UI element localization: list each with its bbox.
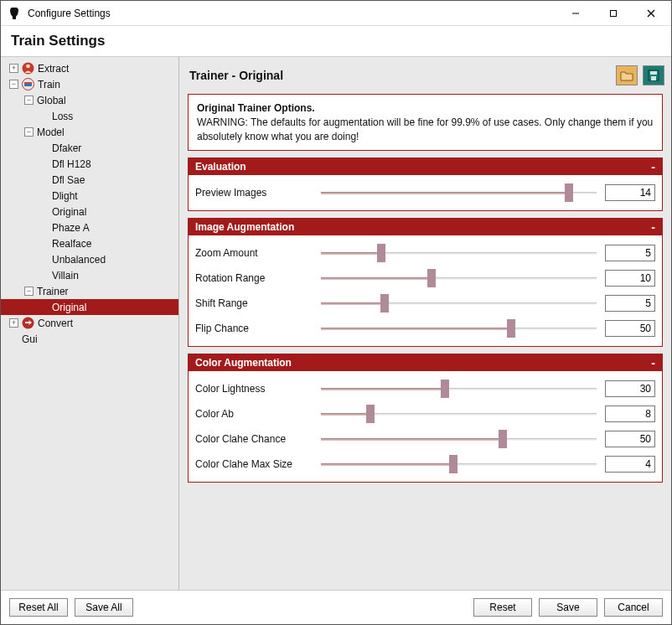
slider[interactable] [321,463,597,465]
reset-all-button[interactable]: Reset All [9,598,68,617]
settings-panel: Color Augmentation-Color Lightness30Colo… [188,354,663,483]
collapse-icon[interactable]: − [24,96,34,105]
collapse-icon[interactable]: − [24,287,34,296]
setting-label: Preview Images [195,187,313,199]
slider-thumb[interactable] [441,380,449,398]
expander-placeholder [39,175,49,184]
open-folder-button[interactable] [616,65,638,85]
save-all-button[interactable]: Save All [75,598,133,617]
setting-row: Shift Range5 [195,291,655,316]
setting-value[interactable]: 5 [605,295,655,312]
setting-label: Color Ab [195,408,313,420]
slider-thumb[interactable] [366,405,375,423]
tree-item[interactable]: +Convert [1,315,178,331]
panel-header[interactable]: Image Augmentation- [189,219,662,235]
setting-label: Rotation Range [195,272,313,284]
content-header: Trainer - Original [186,62,664,94]
tree-item[interactable]: Dfl Sae [1,172,178,188]
tree-item-label: Global [37,95,66,106]
panel-title: Color Augmentation [195,357,292,369]
tree-item-label: Trainer [37,286,69,297]
setting-value[interactable]: 10 [605,270,655,287]
setting-value[interactable]: 8 [605,405,655,422]
cancel-button[interactable]: Cancel [604,598,663,617]
tree-item-label: Dfl Sae [52,174,85,186]
collapse-icon[interactable]: − [24,127,34,137]
slider-thumb[interactable] [380,294,389,312]
tree-item[interactable]: −Trainer [1,283,178,299]
panel-header[interactable]: Evaluation- [189,158,662,175]
settings-tree[interactable]: +Extract−Train−GlobalLoss−ModelDfakerDfl… [1,57,179,590]
window-title: Configure Settings [28,8,556,19]
tree-item[interactable]: Dlight [1,188,178,204]
minimize-button[interactable] [556,1,594,25]
setting-value[interactable]: 5 [605,245,655,261]
slider-thumb[interactable] [507,319,515,338]
titlebar: Configure Settings [1,1,671,26]
setting-label: Flip Chance [195,323,313,334]
slider[interactable] [321,302,597,304]
close-button[interactable] [632,1,669,25]
tree-item[interactable]: Original [1,299,178,315]
slider-thumb[interactable] [565,183,573,202]
slider[interactable] [321,388,597,390]
reset-button[interactable]: Reset [473,598,532,617]
expand-icon[interactable]: + [9,64,18,73]
page-heading: Train Settings [1,26,671,56]
save-icon-button[interactable] [643,65,664,85]
footer: Reset All Save All Reset Save Cancel [1,591,671,624]
tree-item[interactable]: Realface [1,235,178,251]
tree-item[interactable]: Phaze A [1,220,178,235]
tree-item[interactable]: Original [1,204,178,220]
slider[interactable] [321,277,597,279]
tree-item[interactable]: −Global [1,92,178,108]
panel-collapse-icon[interactable]: - [651,161,655,173]
panel-header[interactable]: Color Augmentation- [189,354,662,371]
setting-row: Zoom Amount5 [195,240,655,266]
slider-thumb[interactable] [427,269,436,287]
tree-item[interactable]: −Train [1,76,178,92]
slider[interactable] [321,252,597,254]
tree-item-label: Extract [38,63,69,75]
slider[interactable] [321,192,597,194]
tree-item[interactable]: Dfl H128 [1,156,178,172]
panel-collapse-icon[interactable]: - [651,357,655,369]
tree-item[interactable]: Gui [1,331,178,347]
svg-rect-8 [24,82,32,84]
expander-placeholder [39,223,49,232]
setting-value[interactable]: 30 [605,380,655,397]
save-button[interactable]: Save [539,598,597,617]
panel-collapse-icon[interactable]: - [651,221,655,233]
setting-value[interactable]: 50 [605,431,655,447]
setting-value[interactable]: 50 [605,320,655,337]
tree-item-label: Phaze A [52,222,90,234]
setting-value[interactable]: 14 [605,184,655,201]
svg-rect-1 [610,10,616,16]
tree-item-label: Original [52,206,86,218]
slider-thumb[interactable] [499,430,507,448]
tree-item-label: Dfl H128 [52,158,91,170]
slider-thumb[interactable] [449,455,457,473]
tree-item[interactable]: +Extract [1,60,178,76]
slider[interactable] [321,413,597,415]
convert-red-icon [22,317,34,329]
tree-item-label: Original [52,302,86,313]
expander-placeholder [39,111,49,121]
slider[interactable] [321,438,597,440]
setting-value[interactable]: 4 [605,456,655,473]
tree-item[interactable]: Loss [1,108,178,124]
tree-item[interactable]: −Model [1,124,178,140]
expander-placeholder [39,271,49,280]
tree-item[interactable]: Unbalanced [1,251,178,267]
slider[interactable] [321,328,597,329]
setting-label: Zoom Amount [195,247,313,259]
expander-placeholder [9,334,18,343]
collapse-icon[interactable]: − [9,80,18,89]
maximize-button[interactable] [594,1,632,25]
tree-item[interactable]: Dfaker [1,140,178,156]
tree-item-label: Dlight [52,190,78,202]
tree-item[interactable]: Villain [1,267,178,283]
expander-placeholder [39,143,49,152]
expand-icon[interactable]: + [9,318,18,328]
slider-thumb[interactable] [377,244,385,262]
